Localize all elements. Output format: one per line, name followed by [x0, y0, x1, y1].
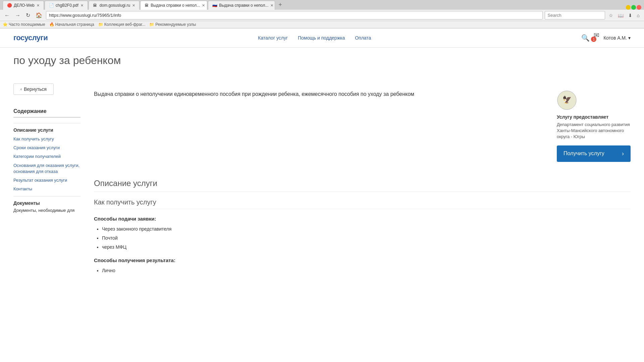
nav-link-item: Сроки оказания услуги [13, 145, 80, 151]
service-description-header: Выдача справки о неполучении единовремен… [94, 83, 631, 169]
nav-payment[interactable]: Оплата [355, 35, 371, 41]
notification-badge: 1 [591, 37, 596, 42]
user-menu[interactable]: Котов А.М. ▾ [603, 35, 631, 41]
submission-methods-list: Через законного представителя Почтой чер… [94, 226, 631, 251]
list-item: Через законного представителя [102, 226, 631, 233]
bookmark-collection[interactable]: 📁 Коллекция веб-фраг... [98, 22, 146, 27]
content-nav: Содержание Описание услуги Как получить … [13, 108, 80, 213]
back-button[interactable]: ‹ Вернуться [13, 83, 54, 95]
browser-toolbar: ← → ↻ 🏠 ☆ 📖 ⬇ ⌂ [0, 10, 644, 21]
bookmark-frequent-icon: ⭐ [3, 22, 8, 27]
maximize-button[interactable] [631, 5, 636, 10]
nav-link-item: Результат оказания услуги [13, 177, 80, 183]
tab-favicon-1: 🔴 [7, 3, 12, 8]
home-nav-icon[interactable]: ⌂ [635, 12, 641, 19]
content-nav-links: Как получить услугу Сроки оказания услуг… [13, 136, 80, 192]
content-nav-divider2 [13, 196, 80, 196]
tab-favicon-5: 🇷🇺 [212, 3, 217, 8]
how-to-title: Как получить услугу [94, 198, 631, 209]
bookmark-home-icon: 🔥 [49, 22, 54, 27]
bookmarks-bar: ⭐ Часто посещаемые 🔥 Начальная страница … [0, 21, 644, 28]
page-content: Выдача справки о неполучении единовремен… [94, 83, 631, 281]
right-panel: 🦅 Услугу предоставляет Департамент социа… [557, 90, 631, 162]
nav-link-categories[interactable]: Категории получателей [13, 154, 80, 160]
content-nav-title: Содержание [13, 108, 80, 118]
reading-list-icon[interactable]: 📖 [616, 12, 625, 19]
list-item: Лично [102, 267, 631, 274]
list-item: через МФЦ [102, 244, 631, 251]
back-chevron-icon: ‹ [20, 87, 22, 92]
tab-close-2[interactable]: ✕ [80, 3, 84, 8]
nav-link-item: Категории получателей [13, 154, 80, 160]
site-nav: Каталог услуг Помощь и поддержка Оплата [61, 35, 568, 41]
nav-link-timing[interactable]: Сроки оказания услуги [13, 145, 80, 151]
tab-dom[interactable]: 🏛 dom.gosuslugi.ru ✕ [89, 1, 140, 10]
left-sidebar: ‹ Вернуться Содержание Описание услуги К… [13, 83, 80, 281]
docs-sub: Документы, необходимые для [13, 208, 80, 213]
refresh-button[interactable]: ↻ [24, 11, 32, 19]
tab-label-2: chgB2F0.pdf [56, 3, 78, 8]
tab-favicon-2: 📄 [49, 3, 54, 8]
svg-text:🦅: 🦅 [562, 95, 572, 104]
search-icon[interactable]: 🔍 [581, 34, 590, 42]
nav-link-contacts[interactable]: Контакты [13, 186, 80, 192]
page-hero-title: по уходу за ребенком [13, 54, 631, 67]
tab-label-3: dom.gosuslugi.ru [100, 3, 130, 8]
forward-nav-button[interactable]: → [13, 11, 22, 19]
browser-chrome: 🔴 ДЕЛО-Web ✕ 📄 chgB2F0.pdf ✕ 🏛 dom.gosus… [0, 0, 644, 28]
bookmarks-star-icon[interactable]: ☆ [607, 12, 615, 19]
bookmark-recommended[interactable]: 📁 Рекомендуемые узлы [149, 22, 196, 27]
tab-close-3[interactable]: ✕ [132, 3, 135, 8]
provider-name: Департамент социального развития Ханты-М… [557, 122, 631, 140]
tab-gosuslugi-ru[interactable]: 🇷🇺 Выдача справки о непол... ✕ [208, 1, 275, 10]
notification-wrapper: ✉ 1 [594, 31, 599, 45]
home-button[interactable]: 🏠 [34, 11, 44, 19]
bookmark-recommended-icon: 📁 [149, 22, 154, 27]
content-nav-section: Описание услуги [13, 127, 80, 133]
get-service-button[interactable]: Получить услугу › [557, 145, 631, 162]
bookmark-frequent[interactable]: ⭐ Часто посещаемые [3, 22, 45, 27]
site-logo[interactable]: госуслуги [13, 34, 48, 42]
tab-close-1[interactable]: ✕ [37, 3, 40, 8]
tab-pdf[interactable]: 📄 chgB2F0.pdf ✕ [45, 1, 88, 10]
nav-link-result[interactable]: Результат оказания услуги [13, 177, 80, 183]
tab-label-4: Выдача справки о непол... [151, 3, 200, 8]
list-item: Почтой [102, 235, 631, 242]
page-hero: по уходу за ребенком [0, 48, 644, 83]
submission-methods-label: Способы подачи заявки: [94, 216, 631, 222]
nav-link-item: Основания для оказания услуги, основания… [13, 163, 80, 175]
provider-label: Услугу предоставляет [557, 114, 631, 120]
website: госуслуги Каталог услуг Помощь и поддерж… [0, 28, 644, 281]
tab-favicon-4: 🏛 [145, 3, 149, 8]
close-button[interactable] [637, 5, 641, 10]
page-main: ‹ Вернуться Содержание Описание услуги К… [0, 83, 644, 281]
bookmark-home[interactable]: 🔥 Начальная страница [49, 22, 94, 27]
tab-label-1: ДЕЛО-Web [14, 3, 35, 8]
nav-link-grounds[interactable]: Основания для оказания услуги, основания… [13, 163, 80, 175]
tab-gosuslugi-active[interactable]: 🏛 Выдача справки о непол... ✕ [140, 1, 207, 10]
browser-tabs: 🔴 ДЕЛО-Web ✕ 📄 chgB2F0.pdf ✕ 🏛 dom.gosus… [0, 0, 644, 10]
new-tab-button[interactable]: + [276, 0, 285, 10]
site-header: госуслуги Каталог услуг Помощь и поддерж… [0, 28, 644, 48]
header-right: 🔍 ✉ 1 Котов А.М. ▾ [581, 31, 631, 45]
tab-close-5[interactable]: ✕ [270, 3, 273, 8]
tab-delo-web[interactable]: 🔴 ДЕЛО-Web ✕ [3, 1, 44, 10]
minimize-button[interactable] [626, 5, 631, 10]
nav-catalog[interactable]: Каталог услуг [258, 35, 288, 41]
content-nav-divider [13, 123, 80, 123]
service-title: Выдача справки о неполучении единовремен… [94, 90, 547, 98]
search-bar[interactable] [545, 11, 605, 19]
nav-link-item: Как получить услугу [13, 136, 80, 142]
nav-link-how[interactable]: Как получить услугу [13, 136, 80, 142]
window-controls [626, 5, 641, 10]
nav-help[interactable]: Помощь и поддержка [298, 35, 345, 41]
bookmark-collection-icon: 📁 [98, 22, 103, 27]
main-content-area: Описание услуги Как получить услугу Спос… [94, 179, 631, 274]
url-bar[interactable] [46, 11, 543, 19]
user-name: Котов А.М. [603, 35, 627, 41]
downloads-icon[interactable]: ⬇ [627, 12, 634, 19]
coat-of-arms-icon: 🦅 [557, 90, 577, 110]
tab-close-4[interactable]: ✕ [202, 3, 205, 8]
back-nav-button[interactable]: ← [3, 11, 11, 19]
arrow-right-icon: › [622, 150, 624, 157]
